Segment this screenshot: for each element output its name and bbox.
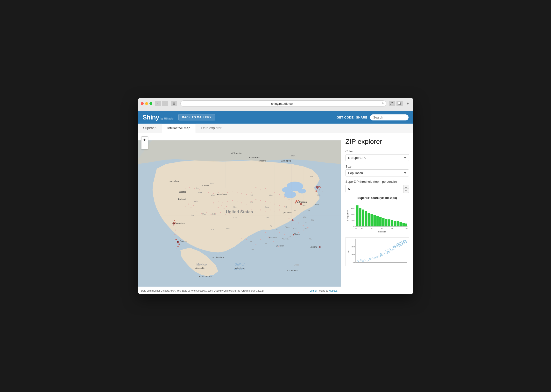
svg-point-57 — [319, 186, 320, 187]
svg-text:N.M.: N.M. — [211, 229, 215, 230]
svg-point-136 — [201, 213, 202, 214]
svg-text:Kans.: Kans. — [233, 217, 238, 218]
svg-point-43 — [281, 161, 282, 161]
color-control-group: Color Is SuperZIP? Centile score — [346, 149, 409, 161]
svg-point-117 — [268, 237, 269, 238]
svg-text:Miami: Miami — [311, 246, 317, 248]
share-button[interactable]: SHARE — [356, 116, 367, 119]
tab-superzip[interactable]: Superzip — [138, 124, 162, 133]
svg-point-86 — [194, 188, 195, 189]
svg-text:Monterrey: Monterrey — [236, 267, 245, 269]
svg-point-149 — [265, 211, 266, 211]
svg-rect-243 — [373, 215, 376, 226]
svg-point-99 — [237, 201, 237, 202]
color-label: Color — [346, 149, 409, 153]
svg-point-104 — [213, 203, 214, 203]
search-input[interactable] — [370, 114, 409, 120]
svg-text:Mo.: Mo. — [266, 217, 269, 218]
svg-point-141 — [225, 214, 226, 215]
svg-point-82 — [213, 193, 214, 194]
new-tab-button[interactable]: + — [405, 101, 410, 106]
svg-point-6 — [284, 191, 296, 198]
svg-text:W.V.: W.V. — [303, 216, 306, 218]
svg-point-137 — [206, 212, 207, 213]
svg-point-146 — [251, 210, 252, 210]
leaflet-link[interactable]: Leaflet — [310, 289, 317, 292]
svg-point-148 — [260, 210, 261, 210]
svg-text:Portland: Portland — [178, 198, 186, 200]
svg-point-135 — [197, 211, 197, 211]
maximize-button[interactable] — [149, 102, 152, 105]
svg-text:60: 60 — [381, 228, 383, 230]
main-content: Gulf of Mexico México United States Vanc… — [138, 133, 413, 294]
logo-shiny: Shiny — [143, 114, 159, 121]
svg-rect-245 — [379, 217, 381, 226]
traffic-lights — [141, 102, 152, 105]
spinbox-up-button[interactable]: ▲ — [403, 185, 409, 189]
map-attribution-left: Data compiled for Coming Apart: The Stat… — [140, 289, 265, 293]
svg-point-58 — [320, 187, 321, 188]
svg-text:200: 200 — [351, 254, 355, 256]
zoom-out-button[interactable]: − — [141, 143, 148, 149]
svg-text:Ill.: Ill. — [285, 206, 287, 208]
svg-text:Frequency: Frequency — [346, 210, 349, 221]
svg-point-24 — [217, 194, 218, 195]
svg-text:Toro...: Toro... — [315, 203, 320, 206]
svg-point-12 — [175, 181, 176, 182]
refresh-icon[interactable]: ↻ — [382, 102, 384, 105]
mapbox-link[interactable]: Mapbox — [329, 289, 338, 292]
svg-rect-248 — [388, 219, 390, 226]
svg-point-76 — [241, 193, 242, 194]
browser-chrome: ‹ › ☰ shiny.rstudio.com ↻ + — [138, 98, 413, 111]
svg-text:Ala.: Ala. — [282, 238, 285, 240]
svg-rect-242 — [370, 214, 373, 226]
svg-point-163 — [316, 186, 319, 189]
svg-point-132 — [178, 244, 180, 245]
svg-text:Fla.: Fla. — [309, 238, 311, 240]
minimize-button[interactable] — [145, 102, 148, 105]
logo-by-rstudio: by RStudio — [161, 117, 174, 120]
svg-point-167 — [319, 246, 321, 248]
back-to-gallery-button[interactable]: BACK TO GALLERY — [178, 114, 215, 120]
forward-nav-button[interactable]: › — [162, 101, 168, 106]
svg-point-128 — [175, 230, 176, 231]
svg-point-123 — [246, 239, 247, 240]
svg-text:150: 150 — [351, 261, 355, 264]
size-select[interactable]: Population Centile score — [346, 169, 409, 176]
address-bar[interactable]: shiny.rstudio.com ↻ — [180, 100, 386, 107]
svg-text:Miss.: Miss. — [274, 237, 277, 238]
sidebar-toggle-icon[interactable]: ☰ — [171, 101, 177, 106]
zoom-in-button[interactable]: + — [141, 137, 148, 143]
svg-point-61 — [315, 190, 317, 192]
color-select[interactable]: Is SuperZIP? Centile score — [346, 154, 409, 161]
duplicate-tab-icon[interactable] — [396, 101, 403, 106]
size-control-group: Size Population Centile score — [346, 165, 409, 176]
svg-text:N.D.: N.D. — [250, 194, 253, 196]
svg-point-166 — [291, 219, 293, 221]
svg-text:Mont.: Mont. — [198, 192, 202, 194]
spinbox-down-button[interactable]: ▼ — [403, 189, 409, 193]
get-code-button[interactable]: GET CODE — [337, 116, 353, 119]
svg-point-14 — [179, 192, 180, 193]
map-area[interactable]: Gulf of Mexico México United States Vanc… — [138, 133, 341, 294]
svg-point-64 — [298, 200, 299, 201]
tab-interactive-map[interactable]: Interactive map — [162, 124, 196, 133]
svg-point-119 — [278, 246, 279, 247]
svg-text:Saskatoon: Saskatoon — [250, 156, 260, 159]
svg-point-39 — [231, 153, 232, 154]
svg-rect-240 — [365, 211, 367, 226]
svg-text:Nev.: Nev. — [191, 214, 194, 216]
svg-text:Tenn.: Tenn. — [285, 226, 290, 228]
threshold-input[interactable] — [346, 185, 403, 193]
share-browser-icon[interactable] — [389, 101, 395, 106]
tab-data-explorer[interactable]: Data explorer — [196, 124, 227, 133]
svg-point-85 — [199, 189, 200, 190]
url-text: shiny.rstudio.com — [271, 102, 295, 105]
svg-point-101 — [227, 201, 228, 202]
scatter-svg: 150 200 250 me — [346, 238, 409, 266]
close-button[interactable] — [141, 102, 144, 105]
svg-point-115 — [279, 232, 280, 233]
back-nav-button[interactable]: ‹ — [155, 101, 161, 106]
svg-text:0: 0 — [355, 228, 357, 230]
svg-text:Gulf of: Gulf of — [234, 263, 245, 266]
